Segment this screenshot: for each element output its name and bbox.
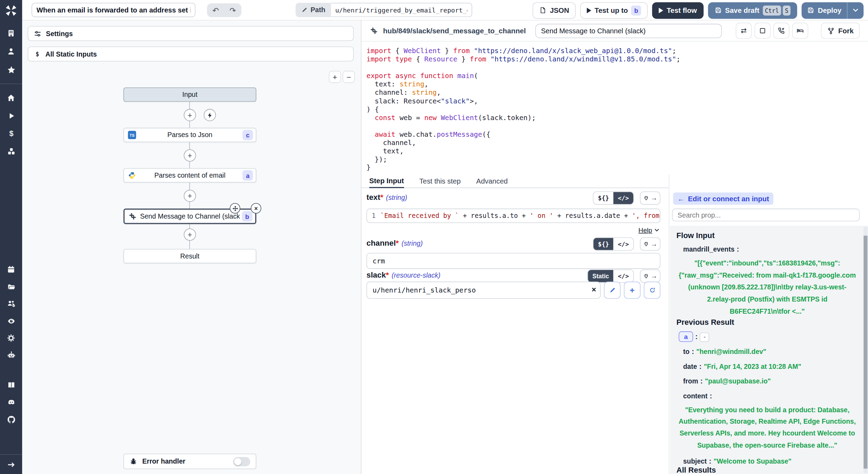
delete-node-button[interactable]: ×	[251, 203, 261, 213]
call-button[interactable]	[774, 23, 790, 39]
code-mode-option[interactable]: </>	[614, 238, 633, 250]
fork-button[interactable]: Fork	[821, 23, 860, 39]
path-button[interactable]: Path	[295, 3, 331, 17]
refresh-resource-button[interactable]	[644, 282, 660, 299]
result-row[interactable]: date:"Fri, Apr 14, 2023 at 10:28 AM"	[683, 362, 858, 372]
eye-icon[interactable]	[6, 316, 16, 326]
sleep-button[interactable]	[792, 23, 808, 39]
collapse-button[interactable]: -	[700, 332, 709, 342]
add-step-button[interactable]: +	[184, 190, 196, 202]
test-flow-button[interactable]: Test flow	[652, 2, 704, 19]
tab-test-this-step[interactable]: Test this step	[419, 174, 461, 188]
props-scrollbar[interactable]	[863, 227, 867, 473]
code-lines: import { WebClient } from "https://deno.…	[366, 46, 868, 172]
search-prop-input[interactable]	[672, 209, 860, 221]
test-up-to-button[interactable]: Test up to b	[580, 2, 648, 19]
json-button[interactable]: JSON	[533, 2, 576, 19]
flow-node-parses-to-json[interactable]: TS Parses to Json c	[124, 128, 257, 142]
save-draft-button[interactable]: Save draft CtrlS	[708, 2, 798, 19]
result-row[interactable]: to:"henri@windmill.dev"	[683, 347, 858, 357]
add-resource-button[interactable]: +	[624, 282, 641, 299]
connect-input-button[interactable]: →	[640, 192, 660, 205]
flow-node-input[interactable]: Input	[124, 87, 257, 102]
move-node-button[interactable]	[230, 203, 240, 213]
sidebar-expand[interactable]	[0, 454, 22, 474]
deploy-more-button[interactable]	[847, 2, 863, 19]
path-input[interactable]	[331, 3, 472, 17]
text-expression-editor[interactable]: 1`Email received by ` + results.a.to + '…	[366, 209, 660, 223]
node-badge: a	[242, 170, 253, 180]
edit-or-connect-button[interactable]: ← Edit or connect an input	[673, 193, 774, 205]
play-icon[interactable]	[6, 111, 16, 121]
template-mode-option[interactable]: ${}	[594, 192, 614, 204]
connect-input-button[interactable]: →	[640, 237, 660, 251]
arrow-right-icon[interactable]	[6, 460, 16, 470]
channel-mode-toggle[interactable]: ${} </>	[593, 237, 634, 251]
zoom-in-button[interactable]: +	[329, 71, 341, 83]
robot-icon[interactable]	[6, 350, 16, 360]
clear-resource-button[interactable]: ×	[592, 285, 596, 294]
code-mode-option[interactable]: </>	[614, 270, 633, 282]
error-handler-bar[interactable]: Error handler	[124, 454, 257, 469]
flow-input-key-row[interactable]: mandrill_events:	[683, 245, 858, 254]
add-step-button[interactable]: +	[184, 149, 196, 161]
slack-icon	[370, 27, 378, 35]
add-step-button[interactable]: +	[184, 109, 196, 121]
gear-icon[interactable]	[6, 333, 16, 343]
dollar-icon[interactable]: $	[6, 128, 16, 138]
channel-input[interactable]	[366, 253, 660, 269]
book-icon[interactable]	[6, 380, 16, 390]
flow-node-parses-content[interactable]: Parses content of email a	[124, 168, 257, 183]
calendar-icon[interactable]	[6, 264, 16, 274]
json-button-label: JSON	[550, 6, 569, 15]
code-editor[interactable]: import { WebClient } from "https://deno.…	[361, 42, 868, 175]
zoom-out-button[interactable]: −	[343, 71, 355, 83]
redo-button[interactable]: ↷	[229, 6, 236, 14]
connect-input-button[interactable]: →	[640, 269, 660, 282]
flow-title-input[interactable]	[32, 3, 195, 17]
scrollbar-thumb[interactable]	[863, 236, 867, 468]
tab-advanced[interactable]: Advanced	[476, 174, 508, 188]
discord-icon[interactable]	[6, 397, 16, 407]
slack-mode-toggle[interactable]: Static </>	[587, 269, 634, 282]
undo-button[interactable]: ↶	[212, 6, 219, 14]
error-handler-toggle[interactable]	[233, 457, 250, 466]
building-icon[interactable]	[6, 28, 16, 38]
slack-resource-input[interactable]	[366, 282, 600, 299]
add-step-button[interactable]: +	[184, 228, 196, 240]
star-icon[interactable]	[6, 65, 16, 75]
static-inputs-bar[interactable]: $ All Static Inputs	[28, 46, 354, 61]
flow-input-value[interactable]: "[{"event":"inbound","ts":1683819426,"ms…	[678, 257, 857, 318]
tab-step-input[interactable]: Step Input	[369, 174, 404, 188]
home-icon[interactable]	[6, 93, 16, 103]
pencil-icon	[301, 7, 308, 13]
github-icon[interactable]	[6, 414, 16, 424]
code-mode-option[interactable]: </>	[614, 192, 633, 204]
result-row[interactable]: from:"paul@supabase.io"	[683, 376, 858, 386]
cubes-icon[interactable]	[6, 146, 16, 156]
settings-bar[interactable]: Settings	[28, 26, 354, 41]
windmill-logo-icon[interactable]	[0, 0, 22, 20]
sync-script-button[interactable]	[736, 23, 752, 39]
static-mode-option[interactable]: Static	[588, 270, 614, 282]
result-value: "Fri, Apr 14, 2023 at 10:28 AM"	[704, 363, 801, 371]
trigger-bolt-button[interactable]	[204, 109, 216, 121]
box-button[interactable]	[755, 23, 771, 39]
user-icon[interactable]	[6, 46, 16, 57]
sidebar-group-tools	[0, 264, 22, 360]
kbd-chip: S	[783, 5, 791, 15]
result-row[interactable]: subject:"Welcome to Supabase"	[683, 456, 858, 466]
help-link[interactable]: Help	[639, 226, 659, 234]
user-group-gear-icon[interactable]	[6, 299, 16, 309]
result-key-badge[interactable]: a	[679, 332, 693, 342]
template-mode-option[interactable]: ${}	[594, 238, 614, 250]
lightning-icon	[207, 111, 213, 119]
deploy-button[interactable]: Deploy	[802, 2, 847, 19]
step-summary-input[interactable]	[535, 24, 722, 38]
edit-resource-button[interactable]	[604, 282, 620, 299]
chevron-down-icon	[852, 8, 859, 12]
text-mode-toggle[interactable]: ${} </>	[593, 192, 634, 205]
result-row[interactable]: content:	[683, 391, 858, 401]
folder-icon[interactable]	[6, 282, 16, 292]
flow-node-result[interactable]: Result	[124, 249, 257, 263]
